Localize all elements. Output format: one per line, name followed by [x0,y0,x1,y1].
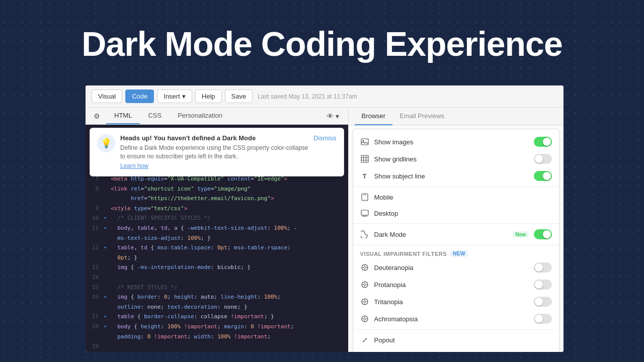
show-subject-toggle[interactable] [534,171,552,181]
saved-timestamp: Last saved May 13, 2021 at 11:37am [258,93,357,100]
dark-mode-toggle[interactable] [534,229,552,239]
protanopia-item[interactable]: Protanopia [353,276,559,293]
code-line: ms-text-size-adjust: 100%; } [86,233,348,243]
deuteranopia-item[interactable]: Deuteranopia [353,259,559,276]
mobile-label: Mobile [374,194,552,201]
code-line: 13 img { -ms-interpolation-mode: bicubic… [86,262,348,273]
desktop-item[interactable]: Desktop [353,205,559,221]
show-gridlines-item[interactable]: Show gridlines [353,150,559,167]
popout-label: Popout [374,336,552,344]
protanopia-icon [360,280,369,289]
toolbar: Visual Code Insert ▾ Help Save Last save… [86,85,564,108]
tritanopia-item[interactable]: Tritanopia [353,293,559,310]
notification-title: Heads up! You haven't defined a Dark Mod… [120,134,308,142]
tritanopia-toggle[interactable] [534,297,552,307]
code-line: 16 ✦ img { border: 0; height: auto; line… [86,292,348,302]
code-line: href="https://thebetter.email/favicon.pn… [86,194,348,204]
learn-how-link[interactable]: Learn how [120,162,148,169]
popout-icon: ⤢ [360,335,369,344]
chevron-down-icon: ▾ [336,112,339,120]
svg-rect-0 [361,139,368,145]
chevron-down-icon: ▾ [182,93,186,100]
code-tabs: HTML CSS Personalization [106,108,230,124]
divider [353,187,559,187]
divider [353,245,559,245]
svg-point-1 [362,140,364,142]
divider [353,223,559,224]
editor-window: Visual Code Insert ▾ Help Save Last save… [86,85,564,352]
code-line: 10 ✦ /* CLIENT-SPECIFIC STYLES */ [86,213,348,223]
notification-icon: 💡 [97,134,115,152]
visual-button[interactable]: Visual [92,89,122,103]
visual-filters-header: VISUAL IMPAIRMENT FILTERS New [353,247,559,259]
code-line: 17 ✦ table { border-collapse: collapse !… [86,312,348,322]
achromatopsia-label: Achromatopsia [374,315,529,323]
code-line: outline: none; text-decoration: none; } [86,302,348,312]
help-button[interactable]: Help [195,89,222,103]
show-subject-line-item[interactable]: T Show subject line [353,167,559,185]
tab-personalization[interactable]: Personalization [170,108,230,124]
show-gridlines-toggle[interactable] [534,154,552,164]
desktop-icon [360,209,369,218]
sub-toolbar: ⚙ HTML CSS Personalization 👁 ▾ [86,108,348,125]
achromatopsia-item[interactable]: Achromatopsia [353,310,559,327]
code-line: padding: 0 !important; width: 100% !impo… [86,332,348,342]
show-images-label: Show images [374,138,529,146]
show-subject-line-label: Show subject line [374,172,529,180]
divider [353,329,559,330]
code-editor[interactable]: 7 <meta http-equiv="X-UA-Compatible" con… [86,170,348,352]
svg-point-8 [364,199,365,200]
achromatopsia-toggle[interactable] [534,314,552,324]
code-line: 8 <link rel="shortcut icon" type="image/… [86,184,348,194]
show-gridlines-label: Show gridlines [374,155,529,163]
code-line: 9 <style type="text/css"> [86,204,348,214]
tab-css[interactable]: CSS [140,108,170,124]
svg-rect-10 [361,210,368,215]
image-icon [360,137,369,146]
tritanopia-icon [360,297,369,306]
eye-icon: 👁 [327,112,334,120]
deuteranopia-icon [360,263,369,272]
code-line: 11 ✦ body, table, td, a { -webkit-text-s… [86,223,348,233]
notification-content: Heads up! You haven't defined a Dark Mod… [120,134,308,170]
popout-item[interactable]: ⤢ Popout [353,332,559,348]
moon-icon [360,230,369,239]
achromatopsia-icon [360,314,369,323]
preview-tabs: Browser Email Previews [349,108,564,126]
dark-mode-badge: New [512,231,529,238]
svg-rect-2 [361,155,368,162]
grid-icon [360,154,369,163]
mobile-item[interactable]: Mobile [353,189,559,205]
tab-email-previews[interactable]: Email Previews [392,108,451,125]
code-line: 15 /* RESET STYLES */ [86,283,348,293]
dismiss-button[interactable]: Dismiss [313,134,337,170]
code-line: 0pt; } [86,253,348,263]
eye-button[interactable]: 👁 ▾ [321,109,344,123]
tab-browser[interactable]: Browser [355,108,393,125]
desktop-label: Desktop [374,210,552,217]
svg-point-33 [364,318,366,320]
settings-icon[interactable]: ⚙ [90,109,104,123]
save-button[interactable]: Save [225,89,253,103]
code-line: 19 [86,341,348,351]
tritanopia-label: Tritanopia [374,298,529,306]
tab-html[interactable]: HTML [106,108,140,124]
code-line: 18 ✦ body { height: 100% !important; mar… [86,322,348,332]
code-button[interactable]: Code [125,89,154,103]
svg-point-21 [364,284,366,286]
notification-desc: Define a Dark Mode experience using the … [120,144,308,161]
right-panel: Browser Email Previews Show images [349,108,564,352]
show-images-toggle[interactable] [534,137,552,147]
dark-mode-item[interactable]: Dark Mode New [353,226,559,243]
code-panel: ⚙ HTML CSS Personalization 👁 ▾ 💡 Heads u… [86,108,349,352]
protanopia-toggle[interactable] [534,280,552,290]
show-images-item[interactable]: Show images [353,133,559,150]
mobile-icon [360,193,369,202]
dark-mode-notification: 💡 Heads up! You haven't defined a Dark M… [90,128,344,176]
svg-point-27 [364,301,366,303]
code-line: 12 ✦ table, td { mso-table-lspace: 0pt; … [86,243,348,253]
insert-button[interactable]: Insert ▾ [157,89,192,103]
dark-mode-label: Dark Mode [374,231,508,238]
deuteranopia-toggle[interactable] [534,262,552,273]
main-title: Dark Mode Coding Experience [0,25,644,63]
